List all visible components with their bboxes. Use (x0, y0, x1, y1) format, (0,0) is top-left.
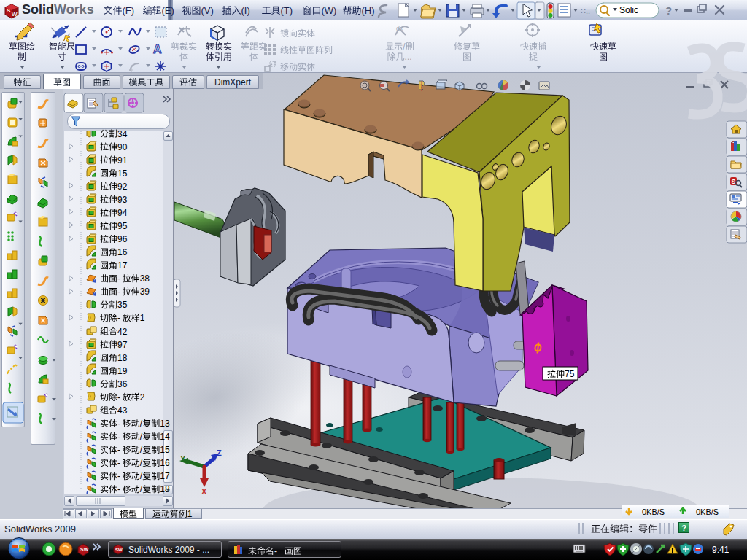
svg-text:Z: Z (217, 448, 222, 457)
svg-text:∷..: ∷.. (581, 7, 590, 15)
svg-text:9:41: 9:41 (712, 545, 729, 555)
svg-text:dx: dx (396, 25, 403, 32)
svg-text:Y: Y (180, 454, 186, 463)
svg-text:0KB/S: 0KB/S (642, 508, 665, 516)
svg-text:SW: SW (80, 547, 89, 552)
svg-text:S: S (7, 7, 11, 14)
svg-text:SW: SW (115, 548, 123, 552)
svg-text:0KB/S: 0KB/S (696, 508, 719, 516)
svg-text:X: X (201, 487, 207, 496)
svg-text:?: ? (665, 4, 672, 17)
svg-text:Solic: Solic (619, 5, 638, 15)
svg-text:W: W (12, 11, 18, 18)
svg-text:A: A (153, 43, 162, 55)
svg-text:S: S (732, 178, 736, 185)
